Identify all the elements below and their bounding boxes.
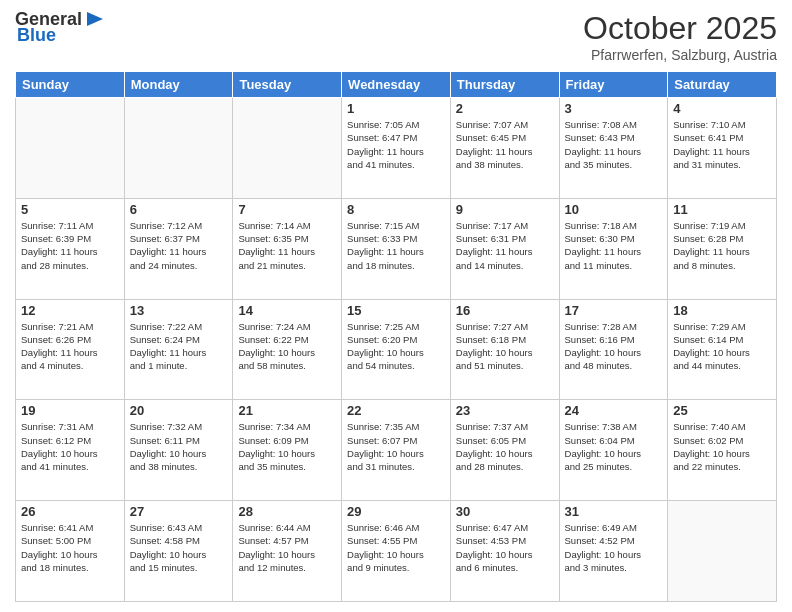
day-number: 30 (456, 504, 554, 519)
logo: General Blue (15, 10, 103, 44)
day-cell: 26Sunrise: 6:41 AM Sunset: 5:00 PM Dayli… (16, 501, 125, 602)
day-cell: 30Sunrise: 6:47 AM Sunset: 4:53 PM Dayli… (450, 501, 559, 602)
day-cell: 11Sunrise: 7:19 AM Sunset: 6:28 PM Dayli… (668, 198, 777, 299)
day-cell: 22Sunrise: 7:35 AM Sunset: 6:07 PM Dayli… (342, 400, 451, 501)
weekday-wednesday: Wednesday (342, 72, 451, 98)
day-cell: 14Sunrise: 7:24 AM Sunset: 6:22 PM Dayli… (233, 299, 342, 400)
day-number: 7 (238, 202, 336, 217)
day-cell: 5Sunrise: 7:11 AM Sunset: 6:39 PM Daylig… (16, 198, 125, 299)
day-cell: 16Sunrise: 7:27 AM Sunset: 6:18 PM Dayli… (450, 299, 559, 400)
day-number: 1 (347, 101, 445, 116)
subtitle: Pfarrwerfen, Salzburg, Austria (583, 47, 777, 63)
day-cell: 17Sunrise: 7:28 AM Sunset: 6:16 PM Dayli… (559, 299, 668, 400)
day-info: Sunrise: 7:12 AM Sunset: 6:37 PM Dayligh… (130, 219, 228, 272)
day-cell: 20Sunrise: 7:32 AM Sunset: 6:11 PM Dayli… (124, 400, 233, 501)
day-info: Sunrise: 7:14 AM Sunset: 6:35 PM Dayligh… (238, 219, 336, 272)
day-number: 13 (130, 303, 228, 318)
day-info: Sunrise: 7:25 AM Sunset: 6:20 PM Dayligh… (347, 320, 445, 373)
day-info: Sunrise: 7:27 AM Sunset: 6:18 PM Dayligh… (456, 320, 554, 373)
month-title: October 2025 (583, 10, 777, 47)
logo-blue-text: Blue (17, 26, 56, 44)
day-number: 14 (238, 303, 336, 318)
day-number: 18 (673, 303, 771, 318)
day-cell: 4Sunrise: 7:10 AM Sunset: 6:41 PM Daylig… (668, 98, 777, 199)
day-number: 21 (238, 403, 336, 418)
day-info: Sunrise: 7:18 AM Sunset: 6:30 PM Dayligh… (565, 219, 663, 272)
weekday-tuesday: Tuesday (233, 72, 342, 98)
day-info: Sunrise: 6:44 AM Sunset: 4:57 PM Dayligh… (238, 521, 336, 574)
day-cell: 28Sunrise: 6:44 AM Sunset: 4:57 PM Dayli… (233, 501, 342, 602)
week-row-3: 12Sunrise: 7:21 AM Sunset: 6:26 PM Dayli… (16, 299, 777, 400)
day-number: 25 (673, 403, 771, 418)
day-cell: 29Sunrise: 6:46 AM Sunset: 4:55 PM Dayli… (342, 501, 451, 602)
day-info: Sunrise: 7:28 AM Sunset: 6:16 PM Dayligh… (565, 320, 663, 373)
day-number: 20 (130, 403, 228, 418)
day-cell: 18Sunrise: 7:29 AM Sunset: 6:14 PM Dayli… (668, 299, 777, 400)
day-number: 26 (21, 504, 119, 519)
day-number: 5 (21, 202, 119, 217)
day-cell: 1Sunrise: 7:05 AM Sunset: 6:47 PM Daylig… (342, 98, 451, 199)
day-cell: 10Sunrise: 7:18 AM Sunset: 6:30 PM Dayli… (559, 198, 668, 299)
day-info: Sunrise: 7:19 AM Sunset: 6:28 PM Dayligh… (673, 219, 771, 272)
day-cell: 27Sunrise: 6:43 AM Sunset: 4:58 PM Dayli… (124, 501, 233, 602)
day-number: 17 (565, 303, 663, 318)
day-info: Sunrise: 7:08 AM Sunset: 6:43 PM Dayligh… (565, 118, 663, 171)
weekday-header-row: SundayMondayTuesdayWednesdayThursdayFrid… (16, 72, 777, 98)
title-area: October 2025 Pfarrwerfen, Salzburg, Aust… (583, 10, 777, 63)
day-cell: 23Sunrise: 7:37 AM Sunset: 6:05 PM Dayli… (450, 400, 559, 501)
week-row-1: 1Sunrise: 7:05 AM Sunset: 6:47 PM Daylig… (16, 98, 777, 199)
weekday-sunday: Sunday (16, 72, 125, 98)
day-number: 24 (565, 403, 663, 418)
day-cell: 25Sunrise: 7:40 AM Sunset: 6:02 PM Dayli… (668, 400, 777, 501)
day-info: Sunrise: 7:37 AM Sunset: 6:05 PM Dayligh… (456, 420, 554, 473)
day-number: 31 (565, 504, 663, 519)
day-cell (233, 98, 342, 199)
day-number: 2 (456, 101, 554, 116)
day-cell: 31Sunrise: 6:49 AM Sunset: 4:52 PM Dayli… (559, 501, 668, 602)
weekday-saturday: Saturday (668, 72, 777, 98)
day-info: Sunrise: 6:46 AM Sunset: 4:55 PM Dayligh… (347, 521, 445, 574)
day-info: Sunrise: 7:31 AM Sunset: 6:12 PM Dayligh… (21, 420, 119, 473)
page: General Blue October 2025 Pfarrwerfen, S… (0, 0, 792, 612)
day-number: 22 (347, 403, 445, 418)
day-cell: 7Sunrise: 7:14 AM Sunset: 6:35 PM Daylig… (233, 198, 342, 299)
weekday-thursday: Thursday (450, 72, 559, 98)
day-number: 27 (130, 504, 228, 519)
day-number: 6 (130, 202, 228, 217)
day-info: Sunrise: 7:15 AM Sunset: 6:33 PM Dayligh… (347, 219, 445, 272)
logo-flag-icon (85, 12, 103, 26)
day-info: Sunrise: 6:41 AM Sunset: 5:00 PM Dayligh… (21, 521, 119, 574)
svg-marker-0 (87, 12, 103, 26)
header: General Blue October 2025 Pfarrwerfen, S… (15, 10, 777, 63)
day-info: Sunrise: 7:35 AM Sunset: 6:07 PM Dayligh… (347, 420, 445, 473)
day-number: 11 (673, 202, 771, 217)
day-cell: 15Sunrise: 7:25 AM Sunset: 6:20 PM Dayli… (342, 299, 451, 400)
week-row-5: 26Sunrise: 6:41 AM Sunset: 5:00 PM Dayli… (16, 501, 777, 602)
day-info: Sunrise: 7:32 AM Sunset: 6:11 PM Dayligh… (130, 420, 228, 473)
day-cell: 6Sunrise: 7:12 AM Sunset: 6:37 PM Daylig… (124, 198, 233, 299)
day-number: 9 (456, 202, 554, 217)
day-info: Sunrise: 6:43 AM Sunset: 4:58 PM Dayligh… (130, 521, 228, 574)
calendar-table: SundayMondayTuesdayWednesdayThursdayFrid… (15, 71, 777, 602)
day-cell: 24Sunrise: 7:38 AM Sunset: 6:04 PM Dayli… (559, 400, 668, 501)
day-info: Sunrise: 7:29 AM Sunset: 6:14 PM Dayligh… (673, 320, 771, 373)
day-info: Sunrise: 7:17 AM Sunset: 6:31 PM Dayligh… (456, 219, 554, 272)
day-info: Sunrise: 7:40 AM Sunset: 6:02 PM Dayligh… (673, 420, 771, 473)
day-number: 12 (21, 303, 119, 318)
weekday-friday: Friday (559, 72, 668, 98)
weekday-monday: Monday (124, 72, 233, 98)
day-info: Sunrise: 7:10 AM Sunset: 6:41 PM Dayligh… (673, 118, 771, 171)
day-cell: 19Sunrise: 7:31 AM Sunset: 6:12 PM Dayli… (16, 400, 125, 501)
day-cell (668, 501, 777, 602)
day-info: Sunrise: 7:38 AM Sunset: 6:04 PM Dayligh… (565, 420, 663, 473)
day-number: 15 (347, 303, 445, 318)
day-info: Sunrise: 6:49 AM Sunset: 4:52 PM Dayligh… (565, 521, 663, 574)
day-number: 29 (347, 504, 445, 519)
day-info: Sunrise: 7:24 AM Sunset: 6:22 PM Dayligh… (238, 320, 336, 373)
day-number: 16 (456, 303, 554, 318)
week-row-2: 5Sunrise: 7:11 AM Sunset: 6:39 PM Daylig… (16, 198, 777, 299)
day-cell: 21Sunrise: 7:34 AM Sunset: 6:09 PM Dayli… (233, 400, 342, 501)
day-number: 3 (565, 101, 663, 116)
day-cell: 3Sunrise: 7:08 AM Sunset: 6:43 PM Daylig… (559, 98, 668, 199)
day-number: 10 (565, 202, 663, 217)
